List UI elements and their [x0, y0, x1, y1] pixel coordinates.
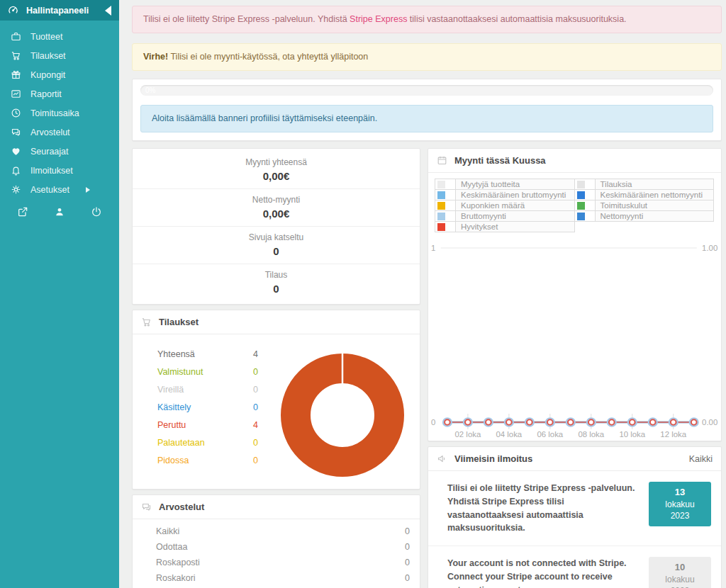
orders-row-pidossa: Pidossa0	[157, 452, 272, 470]
dashboard-gauge-icon	[8, 4, 18, 17]
announcement-item[interactable]: Tilisi ei ole liitetty Stripe Express -p…	[428, 471, 721, 546]
announcement-text: Tilisi ei ole liitetty Stripe Express -p…	[447, 482, 639, 535]
sidebar-nav: Tuotteet Tilaukset Kupongit Raportit Toi…	[0, 21, 119, 199]
stripe-warning-text-tail: tilisi vastaanottaaksesi automaattisia m…	[407, 14, 626, 24]
stat-page-views: Sivuja katseltu 0	[133, 227, 420, 264]
stripe-warning-alert: Tilisi ei ole liitetty Stripe Express -p…	[132, 6, 722, 33]
legend-item[interactable]: Toimituskulut	[574, 200, 715, 211]
reviews-row: Odottaa0	[133, 539, 420, 555]
legend-item[interactable]: Hyvitykset	[435, 221, 575, 232]
orders-row-peruttu: Peruttu4	[157, 417, 272, 434]
sidebar-item-label: Raportit	[30, 89, 62, 99]
sidebar-collapse-icon[interactable]	[105, 6, 111, 16]
stripe-warning-text: Tilisi ei ole liitetty Stripe Express -p…	[143, 14, 350, 24]
error-alert-text: Tilisi ei ole myynti-käytössä, ota yhtey…	[168, 52, 368, 62]
x-tick-label: 10 loka	[619, 430, 645, 439]
orders-row-palautetaan: Palautetaan0	[157, 434, 272, 452]
cart-icon	[141, 317, 152, 327]
x-tick-label: 06 loka	[537, 430, 563, 439]
gear-icon	[11, 184, 21, 195]
legend-item[interactable]: Keskimääräinen nettomyynti	[574, 189, 715, 200]
legend-swatch	[437, 223, 445, 231]
x-tick-label: 04 loka	[496, 430, 523, 439]
sales-line-chart: 1 1.00	[428, 237, 721, 441]
sidebar-item-label: Asetukset	[30, 185, 69, 195]
stat-value: 0	[133, 245, 420, 257]
sidebar: Hallintapaneeli Tuotteet Tilaukset Kupon…	[0, 0, 119, 588]
sidebar-item-label: Ilmoitukset	[30, 166, 73, 176]
legend-item[interactable]: Keskimääräinen bruttomyynti	[435, 189, 575, 200]
legend-item[interactable]: Kuponkien määrä	[435, 200, 575, 211]
announcements-header: Viimeisin ilmoitus Kaikki	[428, 447, 721, 471]
stat-label: Tilaus	[133, 270, 420, 280]
reviews-row: Roskaposti0	[133, 555, 420, 570]
comments-icon	[11, 127, 21, 137]
megaphone-icon	[437, 453, 447, 464]
cart-icon	[11, 50, 21, 61]
sidebar-item-arvostelut[interactable]: Arvostelut	[0, 123, 119, 142]
legend-item[interactable]: Nettomyynti	[574, 210, 715, 222]
reviews-row: Roskakori0	[133, 570, 420, 586]
sidebar-tools	[0, 199, 119, 220]
sales-chart-legend: Myytyjä tuotteita Tilauksia Keskimääräin…	[428, 173, 721, 237]
stat-orders: Tilaus 0	[133, 264, 420, 301]
sidebar-item-ilmoitukset[interactable]: Ilmoitukset	[0, 161, 119, 180]
sidebar-item-seuraajat[interactable]: Seuraajat	[0, 142, 119, 161]
x-tick-label: 12 loka	[660, 430, 686, 439]
comments-icon	[141, 502, 152, 512]
legend-item[interactable]: Myytyjä tuotteita	[435, 179, 575, 190]
orders-legend: Yhteensä4 Valmistunut0 Vireillä0 Käsitte…	[133, 343, 272, 477]
sidebar-item-tilaukset[interactable]: Tilaukset	[0, 46, 119, 65]
sidebar-item-label: Toimitusaika	[30, 108, 79, 118]
power-icon[interactable]	[91, 206, 102, 220]
profile-progress-card: 0% Aloita lisäämällä banneri profiilisi …	[132, 79, 722, 141]
sidebar-item-raportit[interactable]: Raportit	[0, 84, 119, 103]
sidebar-item-tuotteet[interactable]: Tuotteet	[0, 27, 119, 46]
legend-item[interactable]: Tilauksia	[574, 179, 715, 190]
legend-item[interactable]: Bruttomyynti	[435, 210, 575, 222]
chevron-right-icon	[86, 187, 90, 193]
orders-row-valmistunut: Valmistunut0	[157, 363, 272, 381]
y-axis-bottom-right: 0.00	[702, 418, 717, 426]
main-content: Tilisi ei ole liitetty Stripe Express -p…	[119, 0, 726, 588]
sidebar-item-label: Seuraajat	[30, 147, 69, 157]
stat-value: 0	[133, 283, 420, 295]
profile-info-alert: Aloita lisäämällä banneri profiilisi täy…	[140, 105, 713, 132]
sidebar-header-dashboard[interactable]: Hallintapaneeli	[0, 0, 119, 21]
sidebar-item-label: Tilaukset	[30, 51, 66, 61]
user-icon[interactable]	[54, 206, 65, 220]
heart-icon	[11, 146, 21, 157]
orders-donut-chart	[272, 343, 413, 477]
sales-summary-card: Myynti yhteensä 0,00€ Netto-myynti 0,00€…	[132, 148, 420, 305]
legend-swatch	[577, 213, 585, 220]
chart-line-icon	[11, 89, 21, 99]
clock-icon	[11, 108, 21, 118]
stat-label: Sivuja katseltu	[133, 232, 420, 242]
legend-swatch	[437, 181, 445, 188]
legend-swatch	[437, 191, 445, 199]
sidebar-item-toimitusaika[interactable]: Toimitusaika	[0, 103, 119, 123]
sidebar-item-kupongit[interactable]: Kupongit	[0, 65, 119, 84]
reviews-card-title: Arvostelut	[159, 502, 204, 512]
stat-value: 0,00€	[133, 208, 420, 220]
legend-swatch	[437, 213, 445, 220]
external-link-icon[interactable]	[17, 206, 28, 220]
sidebar-item-label: Tuotteet	[30, 32, 62, 42]
briefcase-icon	[11, 31, 21, 42]
reviews-row: Kaikki0	[133, 524, 420, 539]
stripe-express-link[interactable]: Stripe Express	[350, 14, 407, 24]
error-alert-bold: Virhe!	[143, 52, 168, 62]
sidebar-item-label: Arvostelut	[30, 128, 70, 137]
announcements-all-link[interactable]: Kaikki	[689, 454, 713, 464]
announcement-item[interactable]: Your account is not connected with Strip…	[428, 546, 721, 588]
x-tick-label: 08 loka	[578, 430, 604, 439]
error-alert: Virhe! Tilisi ei ole myynti-käytössä, ot…	[132, 43, 722, 71]
announcements-title: Viimeisin ilmoitus	[454, 453, 532, 464]
profile-progress-bar: 0%	[140, 85, 713, 96]
legend-swatch	[577, 202, 585, 210]
sidebar-item-asetukset[interactable]: Asetukset	[0, 180, 119, 199]
monthly-sales-card: Myynti tässä Kuussa Myytyjä tuotteita Ti…	[428, 148, 722, 441]
stat-label: Myynti yhteensä	[133, 157, 420, 167]
stat-net-sales: Netto-myynti 0,00€	[133, 189, 420, 227]
stat-value: 0,00€	[133, 170, 420, 182]
